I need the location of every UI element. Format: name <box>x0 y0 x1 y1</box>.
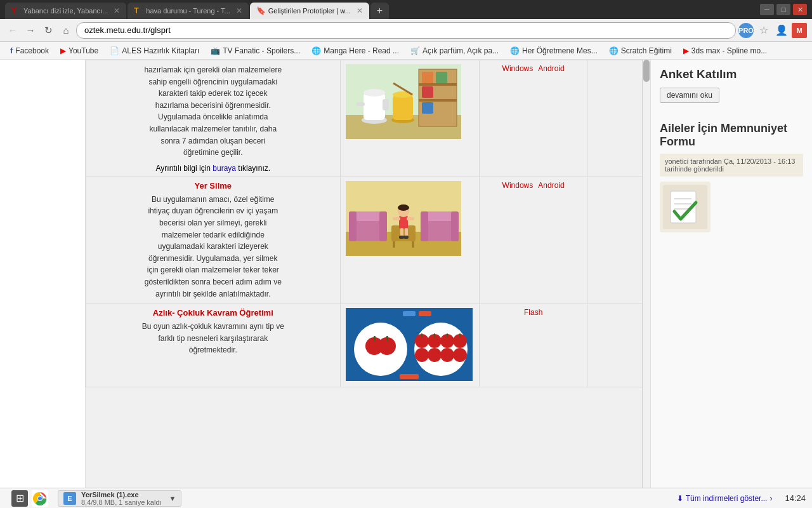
tab-3-close[interactable]: ✕ <box>357 6 363 15</box>
row1-link-suffix: tıklayınız. <box>236 164 270 173</box>
row1-empty-cell <box>587 60 650 177</box>
scrollbar-thumb[interactable] <box>643 60 650 82</box>
bookmark-manga-label: Manga Here - Read ... <box>324 46 399 55</box>
reload-button[interactable]: ↻ <box>41 23 56 38</box>
svg-rect-15 <box>393 95 413 120</box>
table-row: Yer Silme Bu uygulamanın amacı, özel eği… <box>86 177 650 304</box>
show-all-downloads-link[interactable]: ⬇ Tüm indirmeleri göster... › <box>677 494 773 503</box>
row1-platforms: Windows Android <box>485 64 582 73</box>
row2-android-link[interactable]: Android <box>538 181 564 190</box>
svg-rect-36 <box>399 236 404 239</box>
download-file-icon: E <box>63 492 76 505</box>
bookmark-ales[interactable]: 📄 ALES Hazırlık Kitapları <box>105 45 204 57</box>
bookmark-ales-label: ALES Hazırlık Kitapları <box>122 46 199 55</box>
svg-rect-6 <box>436 72 447 83</box>
table-row: Azlık- Çokluk Kavram Öğretimi Bu oyun az… <box>86 304 650 387</box>
new-tab-button[interactable]: + <box>370 3 389 19</box>
vertical-scrollbar[interactable] <box>642 60 650 488</box>
anket-heading: Anket Katılım <box>660 67 803 81</box>
content-area: hazırlamak için gerekli olan malzemelere… <box>86 60 650 488</box>
svg-rect-27 <box>451 211 459 241</box>
tab-strip: Y Yabancı dizi izle, Yabancı... ✕ T hava… <box>5 0 389 19</box>
row1-link[interactable]: buraya <box>213 164 236 173</box>
address-bar[interactable] <box>76 22 736 39</box>
nav-right-icons: PRO ☆ 👤 M <box>738 23 807 38</box>
row2-image-cell <box>340 177 480 304</box>
tab-1-favicon: Y <box>11 6 20 15</box>
nav-bar: ← → ↻ ⌂ PRO ☆ 👤 M <box>0 19 812 42</box>
row1-link-prefix: Ayrıntılı bilgi için <box>156 164 213 173</box>
svg-rect-57 <box>421 333 422 337</box>
download-info: YerSilmek (1).exe 8,4/9,8 MB, 1 saniye k… <box>81 491 162 506</box>
download-item-arrow[interactable]: ▼ <box>169 495 176 502</box>
svg-rect-31 <box>399 216 408 229</box>
minimize-button[interactable]: ─ <box>760 4 774 15</box>
svg-rect-38 <box>393 217 400 220</box>
bookmark-scratch[interactable]: 🌐 Scratch Eğitimi <box>604 45 677 57</box>
bookmark-3dsmax-label: 3ds max - Spline mo... <box>691 46 767 55</box>
row1-description-cell: hazırlamak için gerekli olan malzemelere… <box>86 60 341 177</box>
bookmark-facebook-label: Facebook <box>15 46 49 55</box>
pro-icon[interactable]: PRO <box>738 23 754 38</box>
chrome-icon[interactable] <box>32 490 48 507</box>
svg-rect-4 <box>419 99 457 102</box>
kitchen-image <box>346 64 461 139</box>
bookmark-parfum[interactable]: 🛒 Açık parfüm, Açık pa... <box>405 45 504 57</box>
download-size: 8,4/9,8 MB, 1 saniye kaldı <box>81 498 162 506</box>
parfum-icon: 🛒 <box>410 46 420 55</box>
tab-2[interactable]: T hava durumu - Tureng - T... ✕ <box>128 3 248 19</box>
svg-rect-3 <box>419 83 457 86</box>
svg-rect-8 <box>422 102 433 114</box>
ales-icon: 📄 <box>110 46 119 55</box>
svg-rect-58 <box>434 333 435 337</box>
tab-1-close[interactable]: ✕ <box>114 6 120 15</box>
bookmark-youtube-label: YouTube <box>69 46 98 55</box>
svg-point-11 <box>363 89 385 97</box>
tab-1-title: Yabancı dizi izle, Yabancı... <box>23 7 108 15</box>
row1-android-link[interactable]: Android <box>538 64 564 73</box>
game-image <box>346 308 473 381</box>
bookmark-tvfanatic[interactable]: 📺 TV Fanatic - Spoilers... <box>206 45 305 57</box>
svg-rect-10 <box>363 93 385 120</box>
maximize-button[interactable]: □ <box>776 4 790 15</box>
svg-rect-23 <box>379 211 387 241</box>
bookmark-youtube[interactable]: ▶ YouTube <box>55 45 103 57</box>
tab-3[interactable]: 🔖 Geliştirilen Prototipler | w... ✕ <box>250 3 369 19</box>
row3-description-cell: Azlık- Çokluk Kavram Öğretimi Bu oyun az… <box>86 304 341 387</box>
tab-3-favicon: 🔖 <box>256 6 265 15</box>
home-button[interactable]: ⌂ <box>58 23 74 38</box>
bookmark-3dsmax[interactable]: ▶ 3ds max - Spline mo... <box>678 45 772 57</box>
bookmark-ogretmen[interactable]: 🌐 Her Öğretmene Mes... <box>505 45 603 57</box>
svg-point-55 <box>440 348 454 362</box>
row1-windows-link[interactable]: Windows <box>502 64 534 73</box>
back-button[interactable]: ← <box>5 23 20 38</box>
forward-button[interactable]: → <box>23 23 38 38</box>
svg-rect-34 <box>400 228 403 237</box>
row3-flash-link[interactable]: Flash <box>524 308 542 317</box>
tab-2-close[interactable]: ✕ <box>236 6 242 15</box>
row3-title: Azlık- Çokluk Kavram Öğretimi <box>91 308 335 318</box>
left-nav-column <box>0 60 86 488</box>
show-all-label: Tüm indirmeleri göster... <box>686 494 768 503</box>
bookmark-facebook[interactable]: f Facebook <box>5 44 54 57</box>
anket-read-more-button[interactable]: devamını oku <box>660 88 719 103</box>
row2-description-cell: Yer Silme Bu uygulamanın amacı, özel eği… <box>86 177 341 304</box>
apps-icon[interactable]: ⊞ <box>11 490 28 507</box>
star-icon[interactable]: ☆ <box>756 23 771 38</box>
clock-time: 14:24 <box>785 493 806 503</box>
memnuniyet-heading: Aileler İçin MemnuniyetFormu <box>660 122 803 149</box>
person-icon[interactable]: 👤 <box>774 23 789 38</box>
memnuniyet-meta: yonetici tarafından Ça, 11/20/2013 - 16:… <box>660 154 803 177</box>
bookmark-scratch-label: Scratch Eğitimi <box>621 46 672 55</box>
bookmark-manga[interactable]: 🌐 Manga Here - Read ... <box>306 45 404 57</box>
svg-point-54 <box>428 348 442 362</box>
svg-point-33 <box>398 204 409 211</box>
room-image <box>346 181 461 256</box>
tab-1[interactable]: Y Yabancı dizi izle, Yabancı... ✕ <box>5 3 126 19</box>
svg-rect-5 <box>422 72 433 83</box>
close-button[interactable]: ✕ <box>793 4 807 15</box>
page-outer: hazırlamak için gerekli olan malzemelere… <box>0 60 812 488</box>
gmail-icon[interactable]: M <box>792 23 807 38</box>
row2-windows-link[interactable]: Windows <box>502 181 534 190</box>
chrome-logo <box>33 491 47 505</box>
